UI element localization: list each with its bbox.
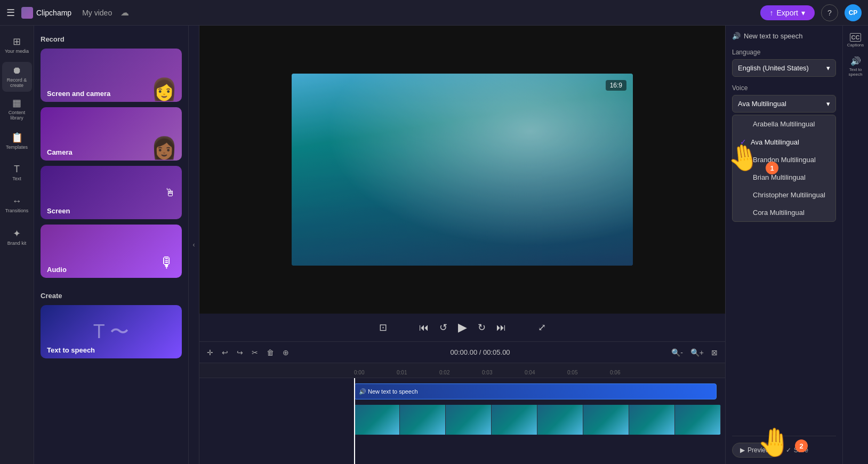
sidebar-item-content-library[interactable]: ▦ Content library (2, 94, 32, 124)
tts-track-clip[interactable]: 🔊 New text to speech (354, 383, 717, 399)
right-panel-header: 🔊 New text to speech (732, 32, 836, 40)
audio-card[interactable]: Audio 🎙 (41, 225, 182, 278)
record-create-panel: Record Screen and camera 👩 Camera 👩🏾 Scr… (34, 26, 189, 464)
tracks-container: 🔊 New text to speech (199, 378, 725, 464)
sidebar-item-your-media[interactable]: ⊞ Your media (2, 30, 32, 60)
sidebar-item-templates[interactable]: 📋 Templates (2, 126, 32, 156)
forward-button[interactable]: ↻ (478, 322, 486, 333)
screen-camera-card[interactable]: Screen and camera 👩 (41, 49, 182, 102)
screen-label: Screen (47, 207, 70, 215)
save-btn-icon: ✓ (786, 446, 791, 454)
redo-button[interactable]: ↪ (235, 346, 245, 359)
ruler-0: 0:00 (354, 370, 397, 375)
main-layout: ⊞ Your media ⏺ Record & create ▦ Content… (0, 26, 868, 464)
templates-icon: 📋 (11, 132, 23, 143)
sidebar-item-record-create[interactable]: ⏺ Record & create (2, 62, 32, 92)
preview-button[interactable]: ▶ Preview (732, 443, 778, 458)
time-total: 00:05.00 (483, 348, 510, 356)
right-panel-header-label: New text to speech (744, 32, 803, 40)
language-section-label: Language (732, 49, 836, 56)
aspect-ratio-badge: 16:9 (606, 80, 626, 91)
rewind-button[interactable]: ↺ (439, 322, 447, 333)
content-library-icon: ▦ (12, 97, 21, 109)
export-chevron: ▾ (801, 9, 805, 17)
video-track-clip[interactable] (354, 405, 721, 435)
tts-panel-icon: 🔊 (850, 56, 861, 66)
camera-card[interactable]: Camera 👩🏾 (41, 107, 182, 161)
sidebar-label-text: Text (12, 177, 21, 182)
export-button[interactable]: ↑ Export ▾ (760, 5, 815, 20)
timeline-ruler: 0:00 0:01 0:02 0:03 0:04 0:05 0:06 (199, 363, 725, 378)
tts-track-clip-label: 🔊 New text to speech (359, 388, 418, 395)
create-section-title: Create (41, 292, 182, 300)
sidebar-item-transitions[interactable]: ↔ Transitions (2, 190, 32, 220)
voice-option-brandon[interactable]: Brandon Multilingual (733, 151, 835, 169)
undo-button[interactable]: ↩ (220, 346, 230, 359)
ruler-3: 0:03 (482, 370, 525, 375)
sidebar-label-templates: Templates (6, 145, 28, 150)
ruler-1: 0:01 (397, 370, 439, 375)
panel-collapse-arrow[interactable]: ‹ (189, 26, 199, 464)
help-button[interactable]: ? (821, 4, 838, 21)
create-section: Create Text to speech T 〜 (41, 289, 182, 364)
subtitle-toggle-button[interactable]: ⊡ (379, 322, 387, 333)
text-to-speech-panel-item[interactable]: 🔊 Text to speech (844, 53, 867, 80)
avatar[interactable]: CP (845, 4, 862, 21)
save-button[interactable]: ✓ Save (778, 443, 816, 457)
bottom-buttons: ▶ Preview ✓ Save (732, 436, 836, 458)
timeline-area: ✛ ↩ ↪ ✂ 🗑 ⊕ 00:00.00 / 00:05.00 🔍- 🔍+ ⊠ (199, 341, 725, 464)
voice-option-brian[interactable]: Brian Multilingual (733, 169, 835, 186)
video-thumb-1 (354, 405, 400, 435)
screen-card[interactable]: Screen 🖱 (41, 166, 182, 219)
arabella-label: Arabella Multilingual (753, 120, 815, 128)
fit-button[interactable]: ⊠ (709, 346, 720, 359)
record-section-title: Record (41, 35, 182, 43)
delete-button[interactable]: 🗑 (264, 346, 276, 359)
select-tool-button[interactable]: ✛ (205, 346, 215, 359)
captions-panel-item[interactable]: CC Captions (844, 30, 867, 51)
skip-back-button[interactable]: ⏮ (419, 322, 429, 333)
preview-btn-label: Preview (748, 446, 770, 454)
export-label: Export (777, 9, 798, 17)
video-name[interactable]: My video (82, 9, 112, 17)
duplicate-button[interactable]: ⊕ (280, 346, 291, 359)
ruler-6: 0:06 (610, 370, 653, 375)
sidebar-item-brand[interactable]: ✦ Brand kit (2, 222, 32, 252)
voice-option-cora[interactable]: Cora Multilingual (733, 204, 835, 221)
ruler-5: 0:05 (567, 370, 610, 375)
ava-label: Ava Multilingual (751, 138, 799, 146)
cut-button[interactable]: ✂ (250, 346, 260, 359)
language-dropdown[interactable]: English (United States) ▾ (732, 59, 836, 77)
time-separator: / (479, 348, 483, 356)
audio-label: Audio (47, 266, 67, 274)
voice-option-ava[interactable]: ✓ Ava Multilingual (733, 133, 835, 151)
voice-option-christopher[interactable]: Christopher Multilingual (733, 186, 835, 204)
menu-icon[interactable]: ☰ (6, 7, 15, 19)
text-icon: T (14, 164, 20, 175)
left-sidebar: ⊞ Your media ⏺ Record & create ▦ Content… (0, 26, 34, 464)
voice-chevron-icon: ▾ (826, 100, 830, 108)
ruler-2: 0:02 (439, 370, 482, 375)
brian-label: Brian Multilingual (753, 173, 806, 181)
brandon-label: Brandon Multilingual (753, 156, 816, 164)
far-right-panel: CC Captions 🔊 Text to speech (842, 26, 868, 464)
fullscreen-button[interactable]: ⤢ (538, 322, 546, 333)
timeline-time: 00:00.00 / 00:05.00 (295, 348, 665, 356)
sidebar-item-text[interactable]: T Text (2, 158, 32, 188)
skip-forward-button[interactable]: ⏭ (496, 322, 506, 333)
voice-option-arabella[interactable]: Arabella Multilingual (733, 115, 835, 133)
export-icon: ↑ (770, 9, 774, 17)
tts-card-label: Text to speech (47, 346, 95, 354)
zoom-out-button[interactable]: 🔍- (669, 346, 685, 359)
video-thumb-6 (583, 405, 629, 435)
christopher-label: Christopher Multilingual (753, 191, 825, 199)
zoom-in-button[interactable]: 🔍+ (688, 346, 706, 359)
topbar: ☰ Clipchamp My video ☁ ↑ Export ▾ ? CP (0, 0, 868, 26)
playhead[interactable] (354, 378, 355, 464)
tts-card[interactable]: Text to speech T 〜 (41, 305, 182, 358)
brand-icon: ✦ (13, 228, 21, 239)
your-media-icon: ⊞ (13, 36, 21, 47)
voice-dropdown-trigger[interactable]: Ava Multilingual ▾ (732, 95, 836, 113)
play-button[interactable]: ▶ (458, 321, 467, 334)
record-create-icon: ⏺ (12, 65, 22, 76)
